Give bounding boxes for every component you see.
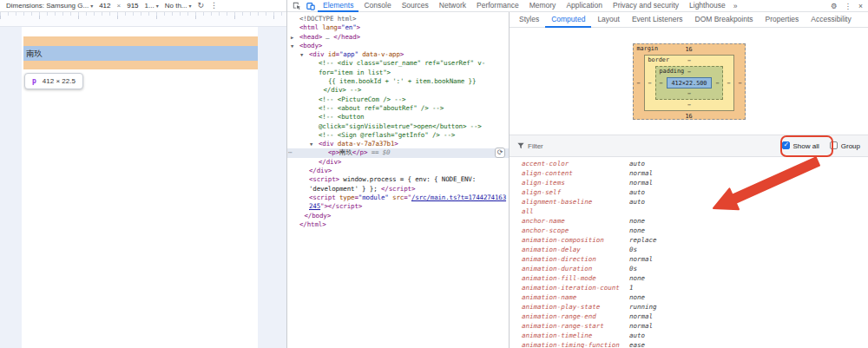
device-type-dropdown[interactable]: Dimensions: Samsung G...▾ <box>6 2 93 10</box>
dom-tree-node[interactable]: <!-- <div class="user_name" ref="userRef… <box>287 59 509 68</box>
sidebar-tab-computed[interactable]: Computed <box>545 12 591 28</box>
dom-tree-node[interactable]: ▶<head> … </head> <box>287 33 509 42</box>
dom-tree-node[interactable]: @click="signVisible=true">open</button> … <box>287 122 509 131</box>
computed-property-row[interactable]: align-contentnormal <box>510 168 868 178</box>
dom-tree-node[interactable]: </div> <box>287 158 509 167</box>
dom-tree-node[interactable]: <!DOCTYPE html> <box>287 15 509 23</box>
dom-tree-node[interactable]: 245"></script> <box>287 202 509 211</box>
collapse-arrow-icon[interactable]: ▼ <box>291 42 293 50</box>
dom-tree-node[interactable]: ▼<div id="app" data-v-app> <box>287 50 509 59</box>
show-all-checkbox[interactable]: Show all <box>782 141 819 150</box>
tab-console[interactable]: Console <box>358 0 396 12</box>
devtools-menu-icon[interactable]: ⋮ <box>845 2 852 10</box>
inspect-cursor-icon[interactable] <box>293 2 301 10</box>
computed-property-row[interactable]: animation-play-staterunning <box>510 302 868 312</box>
margin-right-value[interactable]: − <box>734 55 745 111</box>
checkbox-unchecked-icon[interactable] <box>830 141 838 149</box>
inspected-element-highlight[interactable]: 南玖 <box>23 46 258 61</box>
tab-memory[interactable]: Memory <box>524 0 562 12</box>
margin-bottom-value[interactable]: 16 <box>634 111 745 121</box>
tab-privacy-and-security[interactable]: Privacy and security <box>608 0 684 12</box>
dom-tree-node[interactable]: </body> <box>287 212 509 220</box>
code-segment: "en" <box>341 23 356 31</box>
padding-top-value[interactable]: − <box>687 69 691 76</box>
border-left-value[interactable]: − <box>645 66 655 100</box>
dom-tree-node[interactable]: <!-- <PictureCom /> --> <box>287 95 509 104</box>
expand-arrow-icon[interactable]: ▶ <box>291 33 293 42</box>
tab-elements[interactable]: Elements <box>318 0 358 12</box>
tab-network[interactable]: Network <box>434 0 471 12</box>
box-model-diagram[interactable]: margin16 − border− − padding− <box>633 43 746 120</box>
padding-right-value[interactable]: − <box>712 77 722 89</box>
computed-property-row[interactable]: animation-directionnormal <box>510 254 868 264</box>
computed-property-row[interactable]: animation-delay0s <box>510 245 868 254</box>
computed-property-row[interactable]: animation-namenone <box>510 292 868 302</box>
settings-gear-icon[interactable]: ⚙ <box>831 2 838 10</box>
border-bottom-value[interactable]: − <box>645 100 734 110</box>
tab-performance[interactable]: Performance <box>471 0 524 12</box>
sidebar-tab-layout[interactable]: Layout <box>591 12 626 28</box>
dom-tree-node[interactable]: </div> --> <box>287 86 509 95</box>
dom-tree-node[interactable]: for="item in list"> <box>287 69 509 77</box>
viewport-width-input[interactable]: 412 <box>99 2 110 10</box>
scroll-into-view-badge-icon[interactable]: ⟳ <box>495 148 505 158</box>
dom-tree-node[interactable]: ▼<div data-v-7a7a37b1> <box>287 140 509 148</box>
dom-tree-node[interactable]: <html lang="en"> <box>287 23 509 32</box>
computed-property-row[interactable]: animation-timing-functionease <box>510 340 868 348</box>
dom-tree-node[interactable]: <script type="module" src="/src/main.ts?… <box>287 194 509 202</box>
device-toolbar-toggle-icon[interactable] <box>306 2 315 10</box>
computed-property-row[interactable]: anchor-scopenone <box>510 226 868 235</box>
checkbox-checked-icon[interactable] <box>782 141 790 149</box>
collapse-arrow-icon[interactable]: ▼ <box>310 140 312 148</box>
padding-left-value[interactable]: − <box>656 77 667 89</box>
tab-lighthouse[interactable]: Lighthouse <box>684 0 731 12</box>
computed-property-row[interactable]: animation-compositionreplace <box>510 235 868 245</box>
computed-property-row[interactable]: animation-timelineauto <box>510 331 868 340</box>
dom-tree-node[interactable]: {{ item.bookId + ':' + item.bookName }} <box>287 77 509 86</box>
border-right-value[interactable]: − <box>723 66 733 100</box>
computed-property-row[interactable]: accent-colorauto <box>510 159 868 168</box>
sidebar-tab-styles[interactable]: Styles <box>513 12 545 28</box>
sidebar-tab-accessibility[interactable]: Accessibility <box>805 12 857 28</box>
filter-label[interactable]: Filter <box>528 142 543 150</box>
padding-bottom-value[interactable]: − <box>656 89 723 99</box>
computed-property-row[interactable]: anchor-namenone <box>510 216 868 226</box>
viewport-height-input[interactable]: 915 <box>127 2 138 10</box>
computed-property-row[interactable]: alignment-baselineauto <box>510 197 868 207</box>
computed-property-row[interactable]: all <box>510 207 868 216</box>
more-tabs-icon[interactable]: » <box>731 2 740 10</box>
sidebar-tab-dom-breakpoints[interactable]: DOM Breakpoints <box>689 12 760 28</box>
node-more-actions-icon[interactable]: ⋯ <box>288 148 292 157</box>
device-toolbar-more-icon[interactable]: ⋮ <box>210 2 218 10</box>
sidebar-tab-properties[interactable]: Properties <box>760 12 806 28</box>
dom-tree-node[interactable]: </div> <box>287 167 509 175</box>
computed-property-row[interactable]: animation-duration0s <box>510 264 868 273</box>
sidebar-tab-event-listeners[interactable]: Event Listeners <box>626 12 689 28</box>
computed-property-row[interactable]: animation-fill-modenone <box>510 273 868 283</box>
collapse-arrow-icon[interactable]: ▼ <box>300 50 303 59</box>
throttling-dropdown[interactable]: No th...▾ <box>165 2 192 10</box>
computed-property-row[interactable]: align-selfauto <box>510 187 868 197</box>
close-devtools-icon[interactable]: × <box>858 2 863 10</box>
rotate-viewport-icon[interactable]: ↻ <box>198 2 205 10</box>
computed-property-row[interactable]: animation-iteration-count1 <box>510 283 868 292</box>
group-checkbox[interactable]: Group <box>830 141 860 150</box>
dom-tree-node[interactable]: ▼<body> <box>287 42 509 50</box>
margin-left-value[interactable]: − <box>634 55 644 111</box>
computed-property-row[interactable]: animation-range-endnormal <box>510 312 868 321</box>
margin-top-value[interactable]: 16 <box>685 46 692 53</box>
dom-tree-node[interactable]: <!-- <about ref="aboutRef" /> --> <box>287 104 509 113</box>
tab-application[interactable]: Application <box>561 0 608 12</box>
border-top-value[interactable]: − <box>687 57 691 64</box>
computed-property-row[interactable]: align-itemsnormal <box>510 178 868 187</box>
content-box-value[interactable]: 412×22.500 <box>667 77 713 89</box>
dom-tree-node-selected[interactable]: <p>南玖</p> == $0⋯⟳ <box>287 148 509 157</box>
tab-sources[interactable]: Sources <box>397 0 434 12</box>
dom-tree-node[interactable]: 'development' } }; </script> <box>287 185 509 194</box>
dom-tree-node[interactable]: </html> <box>287 220 509 229</box>
dom-tree-node[interactable]: <!-- <Sign @reflash="getInfo" /> --> <box>287 131 509 140</box>
computed-property-row[interactable]: animation-range-startnormal <box>510 321 868 331</box>
dom-tree-node[interactable]: <script> window.process = { env: { NODE_… <box>287 175 509 184</box>
zoom-dropdown[interactable]: 1...▾ <box>145 2 159 10</box>
dom-tree-node[interactable]: <!-- <button <box>287 113 509 121</box>
